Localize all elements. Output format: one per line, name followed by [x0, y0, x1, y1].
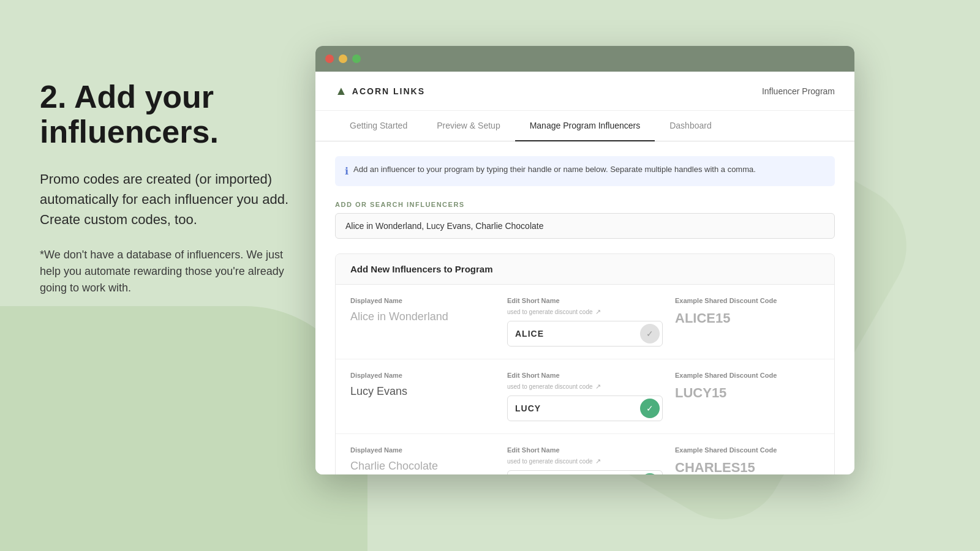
influencer-name-3: Charlie Chocolate — [350, 457, 495, 473]
app-header: ▲ ACORN LINKS Influencer Program — [315, 72, 854, 111]
col-header-displayed-name-3: Displayed Name — [350, 446, 495, 454]
info-banner-text: Add an influencer to your program by typ… — [353, 163, 756, 176]
discount-code-value-1: ALICE15 — [675, 308, 820, 326]
short-name-sublabel-3: used to generate discount code ↗ — [507, 457, 663, 465]
info-link-3: ↗ — [595, 457, 601, 465]
search-label: ADD OR SEARCH INFLUENCERS — [335, 201, 835, 208]
traffic-lights — [325, 54, 361, 63]
add-influencers-header: Add New Influencers to Program — [336, 254, 834, 285]
main-content: ℹ Add an influencer to your program by t… — [315, 141, 854, 474]
search-input[interactable] — [335, 213, 835, 239]
browser-titlebar — [315, 46, 854, 72]
col-header-short-name-2: Edit Short Name — [507, 372, 663, 379]
short-name-col-2: Edit Short Name used to generate discoun… — [507, 372, 663, 421]
info-link-1: ↗ — [595, 308, 601, 316]
displayed-name-col-1: Displayed Name Alice in Wonderland — [350, 297, 495, 323]
short-name-field-2[interactable] — [508, 397, 638, 419]
short-name-input-wrapper-1: ✓ — [507, 321, 663, 347]
check-icon-2: ✓ — [640, 399, 660, 418]
short-name-field-3[interactable] — [508, 472, 638, 474]
col-header-displayed-name-1: Displayed Name — [350, 297, 495, 304]
nav-tabs: Getting Started Preview & Setup Manage P… — [315, 111, 854, 141]
short-name-sublabel-2: used to generate discount code ↗ — [507, 383, 663, 391]
left-footnote: *We don't have a database of influencers… — [40, 247, 297, 296]
traffic-light-yellow[interactable] — [339, 54, 347, 63]
logo-icon: ▲ — [335, 84, 347, 98]
col-header-short-name-3: Edit Short Name — [507, 446, 663, 454]
displayed-name-col-2: Displayed Name Lucy Evans — [350, 372, 495, 398]
col-header-discount-3: Example Shared Discount Code — [675, 446, 820, 454]
col-header-short-name-1: Edit Short Name — [507, 297, 663, 304]
short-name-input-wrapper-2: ✓ — [507, 395, 663, 421]
left-panel: 2. Add your influencers. Promo codes are… — [40, 80, 297, 313]
bg-decoration-1 — [0, 306, 368, 551]
short-name-input-wrapper-3: ✓ — [507, 470, 663, 474]
short-name-field-1[interactable] — [508, 323, 638, 345]
traffic-light-green[interactable] — [352, 54, 361, 63]
short-name-sublabel-1: used to generate discount code ↗ — [507, 308, 663, 316]
logo-area: ▲ ACORN LINKS — [335, 84, 425, 98]
header-program-label: Influencer Program — [762, 86, 835, 96]
short-name-col-1: Edit Short Name used to generate discoun… — [507, 297, 663, 347]
tab-getting-started[interactable]: Getting Started — [335, 111, 422, 141]
table-row: Displayed Name Alice in Wonderland Edit … — [336, 285, 834, 359]
info-link-2: ↗ — [595, 383, 601, 391]
app-content: ▲ ACORN LINKS Influencer Program Getting… — [315, 72, 854, 474]
browser-window: ▲ ACORN LINKS Influencer Program Getting… — [315, 46, 854, 474]
discount-code-col-3: Example Shared Discount Code CHARLES15 — [675, 446, 820, 474]
discount-code-col-2: Example Shared Discount Code LUCY15 — [675, 372, 820, 401]
left-description: Promo codes are created (or imported) au… — [40, 169, 297, 230]
displayed-name-col-3: Displayed Name Charlie Chocolate — [350, 446, 495, 473]
check-icon-3: ✓ — [640, 473, 660, 474]
table-row: Displayed Name Charlie Chocolate Edit Sh… — [336, 434, 834, 474]
table-row: Displayed Name Lucy Evans Edit Short Nam… — [336, 359, 834, 434]
discount-code-value-2: LUCY15 — [675, 383, 820, 401]
col-header-discount-1: Example Shared Discount Code — [675, 297, 820, 304]
col-header-discount-2: Example Shared Discount Code — [675, 372, 820, 379]
tab-preview-setup[interactable]: Preview & Setup — [422, 111, 515, 141]
tab-manage-influencers[interactable]: Manage Program Influencers — [515, 111, 655, 141]
add-influencers-section: Add New Influencers to Program Displayed… — [335, 253, 835, 474]
influencer-name-2: Lucy Evans — [350, 383, 495, 398]
tab-dashboard[interactable]: Dashboard — [655, 111, 726, 141]
logo-text: ACORN LINKS — [352, 86, 425, 96]
check-icon-1: ✓ — [640, 324, 660, 343]
info-icon: ℹ — [345, 164, 349, 179]
discount-code-col-1: Example Shared Discount Code ALICE15 — [675, 297, 820, 326]
col-header-displayed-name-2: Displayed Name — [350, 372, 495, 379]
short-name-col-3: Edit Short Name used to generate discoun… — [507, 446, 663, 474]
info-banner: ℹ Add an influencer to your program by t… — [335, 156, 835, 186]
left-heading: 2. Add your influencers. — [40, 80, 297, 149]
influencer-name-1: Alice in Wonderland — [350, 308, 495, 323]
discount-code-value-3: CHARLES15 — [675, 457, 820, 474]
traffic-light-red[interactable] — [325, 54, 334, 63]
